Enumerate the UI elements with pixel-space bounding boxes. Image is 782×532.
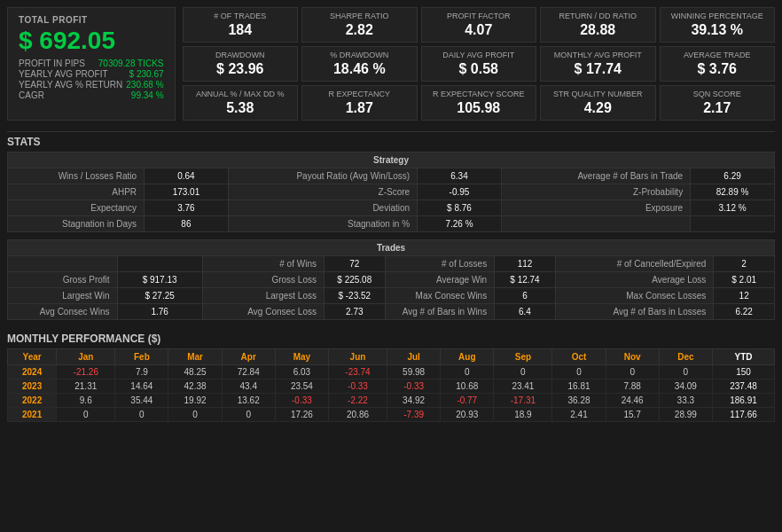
- stat-cell: # OF TRADES184: [183, 7, 298, 43]
- row-label: Stagnation in Days: [8, 216, 145, 232]
- stat-label: RETURN / DD RATIO: [546, 12, 650, 20]
- monthly-table: YearJanFebMarAprMayJunJulAugSepOctNovDec…: [7, 348, 775, 422]
- monthly-value: 34.92: [387, 394, 441, 408]
- monthly-value: 23.54: [275, 379, 328, 394]
- row-label: Largest Loss: [202, 288, 324, 304]
- table-row: # of Wins 72 # of Losses 112 # of Cancel…: [8, 256, 775, 272]
- stat-label: # OF TRADES: [189, 12, 292, 20]
- stat-value: $ 23.96: [189, 61, 292, 77]
- row-label: [8, 256, 118, 272]
- row-value: 82.89 %: [691, 184, 775, 200]
- stat-label: PROFIT FACTOR: [427, 12, 530, 20]
- monthly-value: 20.93: [441, 408, 494, 422]
- table-row: Wins / Losses Ratio 0.64 Payout Ratio (A…: [8, 168, 775, 184]
- monthly-value: 28.99: [659, 408, 712, 422]
- stat-value: $ 3.76: [666, 61, 769, 77]
- stat-value: $ 0.58: [427, 61, 530, 77]
- stat-cell: R EXPECTANCY1.87: [301, 85, 418, 121]
- row-label: AHPR: [8, 184, 145, 200]
- stat-label: ANNUAL % / MAX DD %: [189, 90, 292, 98]
- row-label: Max Consec Losses: [555, 288, 713, 304]
- profit-in-pips-row: PROFIT IN PIPS 70309.28 TICKS: [19, 59, 164, 68]
- cagr-label: CAGR: [19, 90, 44, 100]
- monthly-value: -0.33: [275, 394, 328, 408]
- month-header: Apr: [222, 349, 275, 365]
- row-value: 6.29: [691, 168, 775, 184]
- row-label: Exposure: [501, 200, 690, 216]
- row-label: Gross Profit: [8, 272, 118, 288]
- table-row: Expectancy 3.76 Deviation $ 8.76 Exposur…: [8, 200, 775, 216]
- monthly-value: -7.39: [387, 408, 441, 422]
- row-label: Largest Win: [8, 288, 118, 304]
- row-value: 1.76: [117, 304, 202, 320]
- monthly-value: 9.6: [57, 394, 115, 408]
- monthly-value: -21.26: [57, 365, 115, 379]
- monthly-value: 0: [57, 408, 115, 422]
- profit-in-pips-label: PROFIT IN PIPS: [19, 59, 85, 68]
- stat-value: 4.29: [546, 100, 650, 116]
- row-value: 12: [714, 288, 775, 304]
- stat-label: R EXPECTANCY SCORE: [427, 90, 530, 98]
- monthly-value: -23.74: [328, 365, 387, 379]
- monthly-section: MONTHLY PERFORMANCE ($) YearJanFebMarApr…: [0, 332, 782, 429]
- row-value: 86: [145, 216, 229, 232]
- row-value: 2: [714, 256, 775, 272]
- row-value: $ 225.08: [324, 272, 385, 288]
- row-value: 6.22: [714, 304, 775, 320]
- monthly-value: 0: [659, 365, 712, 379]
- monthly-value: 117.66: [712, 408, 774, 422]
- row-value: 3.12 %: [691, 200, 775, 216]
- stat-value: 1.87: [308, 100, 411, 116]
- row-value: -0.95: [418, 184, 502, 200]
- month-header: Feb: [115, 349, 168, 365]
- stats-grid-bot: ANNUAL % / MAX DD %5.38R EXPECTANCY1.87R…: [183, 85, 775, 121]
- month-header: Jul: [387, 349, 441, 365]
- month-header: Dec: [659, 349, 712, 365]
- stat-value: 2.17: [666, 100, 769, 116]
- stat-label: % DRAWDOWN: [308, 51, 411, 59]
- stat-label: MONTHLY AVG PROFIT: [546, 51, 650, 59]
- row-label: [501, 216, 690, 232]
- month-header: Sep: [494, 349, 552, 365]
- monthly-value: -17.31: [494, 394, 552, 408]
- monthly-value: 18.9: [494, 408, 552, 422]
- row-label: Avg Consec Wins: [8, 304, 118, 320]
- monthly-value: 59.98: [387, 365, 441, 379]
- monthly-value: 15.7: [606, 408, 659, 422]
- yearly-avg-return-row: YEARLY AVG % RETURN 230.68 %: [19, 80, 164, 90]
- row-value: 0.64: [145, 168, 229, 184]
- profit-in-pips-value: 70309.28 TICKS: [98, 59, 164, 68]
- stat-cell: ANNUAL % / MAX DD %5.38: [183, 85, 298, 121]
- monthly-value: 24.46: [606, 394, 659, 408]
- stat-cell: RETURN / DD RATIO28.88: [540, 7, 656, 43]
- monthly-value: 0: [494, 365, 552, 379]
- stat-value: 5.38: [189, 100, 292, 116]
- year-cell: 2024: [8, 365, 57, 379]
- row-value: $ 917.13: [117, 272, 202, 288]
- yearly-avg-return-value: 230.68 %: [126, 80, 163, 90]
- stat-cell: DAILY AVG PROFIT$ 0.58: [421, 46, 536, 82]
- cagr-row: CAGR 99.34 %: [19, 90, 164, 100]
- monthly-value: 21.31: [57, 379, 115, 394]
- monthly-value: 14.64: [115, 379, 168, 394]
- row-label: Average Loss: [555, 272, 713, 288]
- row-label: # of Wins: [202, 256, 324, 272]
- monthly-title: MONTHLY PERFORMANCE ($): [7, 332, 775, 345]
- monthly-value: -0.77: [441, 394, 494, 408]
- monthly-value: 0: [115, 408, 168, 422]
- row-label: Stagnation in %: [228, 216, 417, 232]
- trades-title: Trades: [8, 240, 775, 256]
- monthly-value: 33.3: [659, 394, 712, 408]
- monthly-value: 20.86: [328, 408, 387, 422]
- year-cell: 2023: [8, 379, 57, 394]
- divider-1: [7, 131, 775, 132]
- monthly-value: 17.26: [275, 408, 328, 422]
- monthly-value: 7.9: [115, 365, 168, 379]
- stat-cell: SQN SCORE2.17: [660, 85, 775, 121]
- yearly-avg-profit-label: YEARLY AVG PROFIT: [19, 69, 108, 79]
- stat-cell: AVERAGE TRADE$ 3.76: [660, 46, 775, 82]
- stat-label: DAILY AVG PROFIT: [427, 51, 530, 59]
- total-profit-label: TOTAL PROFIT: [19, 15, 164, 25]
- stat-cell: MONTHLY AVG PROFIT$ 17.74: [540, 46, 656, 82]
- month-header: YTD: [712, 349, 774, 365]
